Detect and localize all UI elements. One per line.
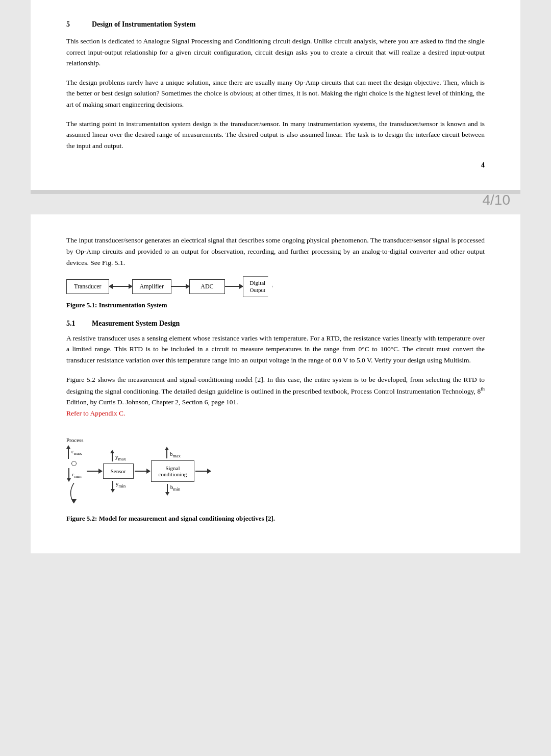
section-header: 5 Design of Instrumentation System	[66, 20, 485, 29]
figure-5-2-container: Process cmax	[66, 427, 485, 523]
svg-marker-0	[71, 499, 77, 503]
figure-5-1-caption: Figure 5.1: Instrumentation System	[66, 301, 485, 309]
page-bottom: The input transducer/sensor generates an…	[31, 214, 520, 553]
subsection-title: Measurement System Design	[92, 320, 180, 328]
appendix-c-ref: Refer to Appendix C.	[66, 409, 125, 417]
amplifier-block: Amplifier	[132, 279, 171, 294]
sensor-block: Sensor	[103, 464, 134, 479]
subsection-number: 5.1	[66, 320, 82, 328]
signal-conditioning-block: Signal conditioning	[151, 460, 195, 482]
page-fraction: 4/10	[483, 192, 511, 208]
paragraph-5: A resistive transducer uses a sensing el…	[66, 333, 485, 366]
process-curve-arrow	[66, 483, 82, 503]
process-label: Process	[66, 437, 84, 443]
page-number: 4	[66, 161, 485, 175]
paragraph-2: The design problems rarely have a unique…	[66, 77, 485, 110]
page-divider: 4/10	[31, 190, 520, 194]
fig52-diagram: Process cmax	[66, 427, 485, 510]
figure-5-1-container: Transducer Amplifier ADC	[66, 276, 485, 309]
subsection-header: 5.1 Measurement System Design	[66, 320, 485, 328]
section-number: 5	[66, 20, 77, 29]
transducer-block: Transducer	[66, 279, 109, 294]
page-container: 5 Design of Instrumentation System This …	[0, 0, 551, 756]
digital-output-block: Digital Output	[243, 276, 272, 297]
paragraph-4: The input transducer/sensor generates an…	[66, 235, 485, 268]
paragraph-1: This section is dedicated to Analogue Si…	[66, 36, 485, 69]
adc-block: ADC	[189, 279, 225, 294]
figure-5-2-caption: Figure 5.2: Model for measurement and si…	[66, 515, 485, 523]
digital-output-label: Digital Output	[250, 279, 266, 294]
paragraph-6: Figure 5.2 shows the measurement and sig…	[66, 374, 485, 419]
section-title: Design of Instrumentation System	[92, 20, 195, 29]
paragraph-3: The starting point in instrumentation sy…	[66, 118, 485, 152]
page-top: 5 Design of Instrumentation System This …	[31, 0, 520, 190]
